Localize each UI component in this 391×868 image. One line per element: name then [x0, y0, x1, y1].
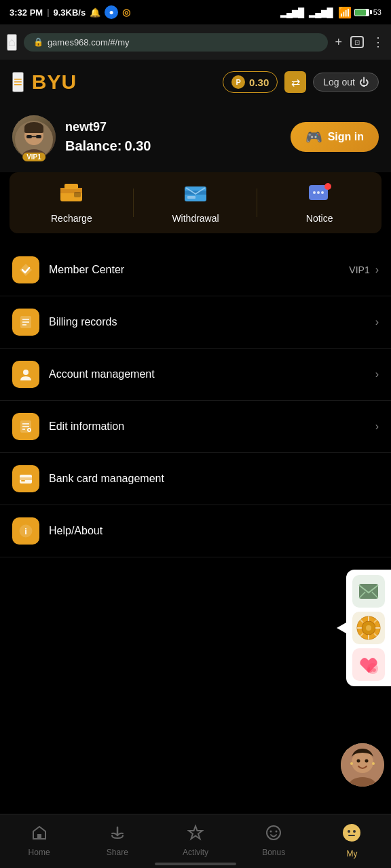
- logout-label: Log out: [323, 77, 355, 87]
- recharge-icon: [59, 182, 83, 208]
- svg-rect-4: [24, 127, 43, 133]
- menu-item-help[interactable]: i Help/About: [0, 505, 391, 557]
- wifi-icon: 📶: [338, 6, 352, 19]
- member-center-badge: VIP1: [349, 264, 369, 275]
- svg-rect-58: [37, 834, 41, 839]
- notice-action[interactable]: Notice: [257, 182, 381, 224]
- menu-item-account[interactable]: Account management ›: [0, 349, 391, 401]
- bank-label: Bank card management: [49, 473, 379, 485]
- transfer-icon: ⇄: [291, 76, 300, 89]
- svg-point-16: [324, 183, 331, 190]
- url-bar[interactable]: 🔒 games968.com/#/my: [24, 33, 329, 52]
- edit-icon-wrap: [12, 413, 39, 440]
- svg-text:i: i: [24, 526, 27, 536]
- floating-heart-button[interactable]: [352, 648, 385, 681]
- help-label: Help/About: [49, 525, 379, 537]
- withdrawal-action[interactable]: Withdrawal: [134, 182, 258, 224]
- notice-label: Notice: [306, 213, 333, 224]
- my-nav-label: My: [346, 849, 357, 859]
- svg-point-41: [366, 625, 371, 631]
- menu-button[interactable]: ≡: [12, 72, 24, 92]
- svg-rect-11: [74, 192, 81, 197]
- billing-chevron: ›: [375, 316, 379, 328]
- balance-label: Balance:: [65, 138, 122, 153]
- peso-icon: P: [231, 75, 245, 89]
- bonus-nav-icon: [265, 825, 282, 845]
- notification-bell-icon: 🔔: [90, 7, 100, 18]
- floating-envelope-button[interactable]: [352, 575, 385, 608]
- menu-list: Member Center VIP1 › Billing records › A…: [0, 244, 391, 625]
- share-nav-icon: [109, 825, 126, 845]
- wallet-svg: [59, 182, 83, 203]
- menu-item-billing[interactable]: Billing records ›: [0, 296, 391, 349]
- profile-left: VIP1 newt97 Balance: 0.30: [12, 115, 151, 159]
- floating-chat-button[interactable]: [341, 743, 384, 787]
- billing-icon: [18, 315, 33, 330]
- edit-label: Edit information: [49, 420, 375, 433]
- vip-badge: VIP1: [22, 153, 45, 161]
- activity-nav-label: Activity: [183, 848, 208, 857]
- svg-rect-10: [64, 184, 78, 189]
- browser-bar: ⌂ 🔒 games968.com/#/my + ⊡ ⋮: [0, 24, 391, 60]
- svg-point-64: [353, 830, 356, 833]
- nav-bonus[interactable]: Bonus: [235, 819, 313, 857]
- recharge-label: Recharge: [51, 213, 92, 224]
- home-nav-label: Home: [29, 848, 50, 857]
- tabs-button[interactable]: ⊡: [350, 36, 364, 48]
- avatar-container: VIP1: [12, 115, 56, 159]
- svg-rect-14: [187, 196, 196, 199]
- svg-point-63: [348, 830, 350, 833]
- browser-home-button[interactable]: ⌂: [7, 34, 17, 51]
- menu-item-member-center[interactable]: Member Center VIP1 ›: [0, 244, 391, 296]
- nav-activity[interactable]: Activity: [156, 819, 234, 857]
- account-icon: [18, 367, 33, 382]
- menu-item-bank[interactable]: Bank card management: [0, 453, 391, 505]
- bank-icon-wrap: [12, 465, 39, 492]
- my-svg: [342, 823, 361, 842]
- nav-my[interactable]: My: [313, 818, 391, 859]
- browser-menu-button[interactable]: ⋮: [372, 35, 384, 50]
- notice-svg: [308, 182, 332, 203]
- recharge-action[interactable]: Recharge: [10, 182, 134, 224]
- member-center-icon-wrap: [12, 256, 39, 283]
- signin-button[interactable]: 🎮 Sign in: [291, 122, 379, 152]
- header-right: P 0.30 ⇄ Log out ⏻: [223, 71, 379, 93]
- action-bar: Recharge Withdrawal Notice: [10, 172, 381, 233]
- svg-point-60: [270, 830, 272, 832]
- activity-nav-icon: [187, 825, 204, 845]
- browser-actions: + ⊡ ⋮: [335, 35, 384, 50]
- profile-section: VIP1 newt97 Balance: 0.30 🎮 Sign in: [0, 104, 391, 172]
- svg-rect-34: [20, 477, 32, 480]
- header-balance: 0.30: [249, 77, 269, 88]
- share-nav-label: Share: [107, 848, 128, 857]
- home-indicator: [155, 863, 236, 865]
- nav-share[interactable]: Share: [78, 819, 156, 857]
- nav-home[interactable]: Home: [0, 819, 78, 857]
- battery-icon: [354, 9, 369, 16]
- svg-point-56: [350, 762, 353, 765]
- svg-point-62: [343, 824, 360, 842]
- service-icon: ●: [105, 5, 118, 19]
- transfer-button[interactable]: ⇄: [284, 71, 306, 93]
- game-icon: ◎: [122, 7, 130, 18]
- member-center-chevron: ›: [375, 264, 379, 276]
- new-tab-button[interactable]: +: [335, 35, 342, 50]
- floating-wheel-button[interactable]: [352, 612, 385, 644]
- svg-point-54: [357, 760, 360, 763]
- user-balance: Balance: 0.30: [65, 138, 151, 154]
- menu-item-edit[interactable]: Edit information ›: [0, 401, 391, 453]
- edit-icon: [18, 419, 33, 434]
- help-icon-wrap: i: [12, 517, 39, 545]
- account-icon-wrap: [12, 361, 39, 388]
- logout-button[interactable]: Log out ⏻: [313, 73, 379, 92]
- bottom-nav: Home Share Activity: [0, 814, 391, 868]
- signin-icon: 🎮: [305, 129, 322, 145]
- svg-point-18: [317, 191, 320, 194]
- svg-point-53: [352, 751, 373, 773]
- network-speed: 9.3KB/s: [54, 7, 86, 18]
- bonus-svg: [265, 825, 282, 841]
- status-left: 3:32 PM | 9.3KB/s 🔔 ● ◎: [10, 5, 130, 19]
- svg-point-25: [23, 370, 29, 375]
- power-icon: ⏻: [359, 77, 369, 87]
- svg-point-57: [372, 762, 375, 765]
